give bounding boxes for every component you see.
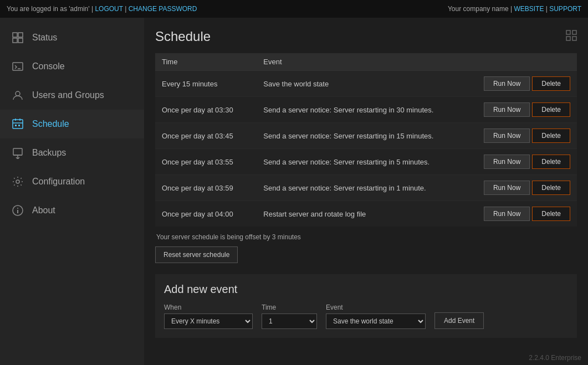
row-time: Once per day at 04:00 <box>155 201 257 227</box>
table-row: Once per day at 03:55 Send a server noti… <box>155 149 577 175</box>
row-event: Restart server and rotate log file <box>257 201 477 227</box>
topbar-left: You are logged in as 'admin' | LOGOUT | … <box>7 5 197 13</box>
run-now-button[interactable]: Run Now <box>484 128 530 143</box>
delete-button[interactable]: Delete <box>532 181 570 195</box>
sidebar-item-about[interactable]: About <box>0 196 144 225</box>
col-actions <box>477 53 577 71</box>
sidebar: Status Console Users and Groups <box>0 18 144 365</box>
add-event-button[interactable]: Add Event <box>434 312 484 329</box>
row-time: Once per day at 03:55 <box>155 149 257 175</box>
run-now-button[interactable]: Run Now <box>484 155 530 169</box>
time-group: Time 1 5 10 15 30 60 <box>262 304 317 329</box>
row-event: Send a server notice: Server restarting … <box>257 149 477 175</box>
company-name-text: Your company name | <box>448 5 512 13</box>
add-event-form: When Every X minutes Once per day Time 1… <box>164 304 568 329</box>
sidebar-console-label: Console <box>32 61 65 71</box>
delete-button[interactable]: Delete <box>532 155 570 169</box>
topbar: You are logged in as 'admin' | LOGOUT | … <box>0 0 588 18</box>
sidebar-users-label: Users and Groups <box>32 90 104 100</box>
when-group: When Every X minutes Once per day <box>164 304 253 329</box>
backups-icon <box>11 146 24 160</box>
add-event-section: Add new event When Every X minutes Once … <box>155 274 577 338</box>
svg-point-6 <box>16 91 20 96</box>
event-select[interactable]: Save the world state Send server notice … <box>326 313 426 329</box>
sidebar-item-status[interactable]: Status <box>0 23 144 52</box>
logged-in-text: You are logged in as 'admin' | <box>7 5 93 13</box>
delete-button[interactable]: Delete <box>532 76 570 91</box>
content-area: Schedule Time Event Every <box>144 18 588 365</box>
users-icon <box>11 89 24 102</box>
support-link[interactable]: SUPPORT <box>549 5 581 13</box>
page-header: Schedule <box>155 29 577 44</box>
row-actions: Run Now Delete <box>477 149 577 175</box>
row-event: Send a server notice: Server restarting … <box>257 175 477 201</box>
sidebar-item-schedule[interactable]: Schedule <box>0 110 144 138</box>
table-row: Once per day at 04:00 Restart server and… <box>155 201 577 227</box>
delete-button[interactable]: Delete <box>532 207 570 221</box>
change-password-link[interactable]: CHANGE PASSWORD <box>129 5 197 13</box>
footer: 2.2.4.0 Enterprise <box>522 351 588 365</box>
grid-icon[interactable] <box>566 30 577 44</box>
reset-server-schedule-button[interactable]: Reset server schedule <box>155 246 238 263</box>
logout-link[interactable]: LOGOUT <box>95 5 122 13</box>
configuration-icon <box>11 175 24 188</box>
row-event: Save the world state <box>257 71 477 97</box>
when-select[interactable]: Every X minutes Once per day <box>164 313 253 329</box>
topbar-right: Your company name | WEBSITE | SUPPORT <box>448 5 581 13</box>
run-now-button[interactable]: Run Now <box>484 76 530 91</box>
row-actions: Run Now Delete <box>477 201 577 227</box>
add-event-title: Add new event <box>164 283 568 296</box>
svg-rect-1 <box>18 33 23 37</box>
offset-notice: Your server schedule is being offset by … <box>155 233 577 241</box>
row-time: Once per day at 03:30 <box>155 97 257 123</box>
svg-point-19 <box>17 208 18 209</box>
col-event: Event <box>257 53 477 71</box>
run-now-button[interactable]: Run Now <box>484 181 530 195</box>
website-link[interactable]: WEBSITE <box>514 5 544 13</box>
sidebar-item-configuration[interactable]: Configuration <box>0 167 144 196</box>
svg-rect-23 <box>572 37 576 40</box>
sidebar-status-label: Status <box>32 33 57 43</box>
delete-button[interactable]: Delete <box>532 102 570 117</box>
time-label: Time <box>262 304 317 311</box>
svg-rect-22 <box>566 37 570 40</box>
sidebar-item-console[interactable]: Console <box>0 52 144 81</box>
svg-rect-13 <box>13 148 22 155</box>
svg-rect-11 <box>15 125 17 126</box>
sidebar-schedule-label: Schedule <box>32 119 69 129</box>
svg-rect-3 <box>18 38 23 43</box>
sidebar-backups-label: Backups <box>32 148 66 158</box>
schedule-icon <box>11 117 24 131</box>
run-now-button[interactable]: Run Now <box>484 207 530 221</box>
event-label: Event <box>326 304 426 311</box>
page-title: Schedule <box>155 29 211 44</box>
svg-rect-21 <box>572 30 576 34</box>
sidebar-configuration-label: Configuration <box>32 177 85 187</box>
run-now-button[interactable]: Run Now <box>484 102 530 117</box>
when-label: When <box>164 304 253 311</box>
version-text: 2.2.4.0 Enterprise <box>529 354 581 362</box>
console-icon <box>11 60 24 73</box>
row-time: Once per day at 03:59 <box>155 175 257 201</box>
table-row: Once per day at 03:45 Send a server noti… <box>155 123 577 149</box>
main-layout: Status Console Users and Groups <box>0 18 588 365</box>
row-actions: Run Now Delete <box>477 71 577 97</box>
table-row: Once per day at 03:59 Send a server noti… <box>155 175 577 201</box>
svg-rect-0 <box>13 33 17 37</box>
status-icon <box>11 31 24 44</box>
row-time: Every 15 minutes <box>155 71 257 97</box>
time-select[interactable]: 1 5 10 15 30 60 <box>262 313 317 329</box>
delete-button[interactable]: Delete <box>532 128 570 143</box>
row-actions: Run Now Delete <box>477 175 577 201</box>
row-actions: Run Now Delete <box>477 123 577 149</box>
sidebar-item-users[interactable]: Users and Groups <box>0 81 144 110</box>
add-event-button-group: Add Event <box>434 312 484 329</box>
svg-rect-4 <box>13 63 23 70</box>
row-time: Once per day at 03:45 <box>155 123 257 149</box>
sidebar-item-backups[interactable]: Backups <box>0 138 144 167</box>
svg-rect-12 <box>18 125 20 126</box>
svg-rect-20 <box>566 30 570 34</box>
row-actions: Run Now Delete <box>477 97 577 123</box>
row-event: Send a server notice: Server restarting … <box>257 97 477 123</box>
about-icon <box>11 204 24 217</box>
